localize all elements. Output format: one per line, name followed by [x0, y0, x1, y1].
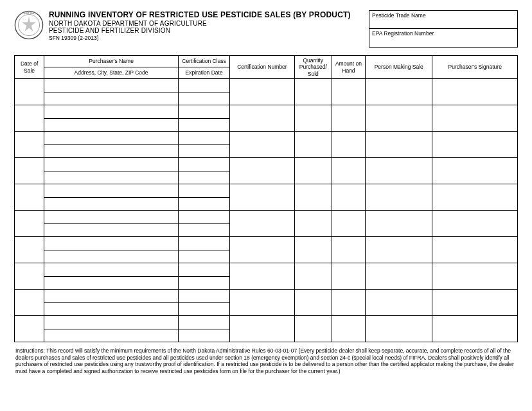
col-person-making-sale: Person Making Sale [366, 56, 432, 79]
title-block: RUNNING INVENTORY OF RESTRICTED USE PEST… [49, 10, 364, 41]
col-date-of-sale: Date of Sale [15, 56, 44, 79]
form-header: GREAT SEAL RUNNING INVENTORY OF RESTRICT… [14, 10, 518, 48]
table-row[interactable] [15, 211, 518, 224]
state-seal-icon: GREAT SEAL [14, 10, 44, 40]
sales-table: Date of Sale Purchaser's Name Certificat… [14, 55, 518, 342]
col-cert-number: Certification Number [230, 56, 294, 79]
form-number: SFN 19309 (2-2013) [49, 35, 364, 41]
col-address: Address, City, State, ZIP Code [44, 67, 179, 79]
epa-reg-label: EPA Registration Number [372, 30, 434, 37]
col-purchaser-signature: Purchaser's Signature [432, 56, 518, 79]
trade-name-field[interactable]: Pesticide Trade Name [369, 11, 517, 29]
epa-reg-field[interactable]: EPA Registration Number [369, 29, 517, 47]
trade-name-label: Pesticide Trade Name [372, 12, 426, 19]
col-qty: Quantity Purchased/ Sold [294, 56, 332, 79]
instructions-block: Instructions: This record will satisfy t… [14, 347, 518, 375]
table-row[interactable] [15, 132, 518, 145]
svg-text:GREAT SEAL: GREAT SEAL [23, 12, 34, 15]
department-name: NORTH DAKOTA DEPARTMENT OF AGRICULTURE [49, 20, 364, 27]
product-meta-box: Pesticide Trade Name EPA Registration Nu… [369, 10, 518, 48]
table-row[interactable] [15, 79, 518, 92]
col-exp-date: Expiration Date [178, 67, 229, 79]
form-title: RUNNING INVENTORY OF RESTRICTED USE PEST… [49, 10, 364, 19]
col-cert-class: Certification Class [178, 56, 229, 67]
table-row[interactable] [15, 290, 518, 303]
col-amount-on-hand: Amount on Hand [332, 56, 365, 79]
table-row[interactable] [15, 237, 518, 250]
col-purchaser-name: Purchaser's Name [44, 56, 179, 67]
table-row[interactable] [15, 263, 518, 277]
table-row[interactable] [15, 184, 518, 198]
instructions-label: Instructions: [15, 347, 45, 354]
table-row[interactable] [15, 105, 518, 119]
division-name: PESTICIDE AND FERTILIZER DIVISION [49, 27, 364, 34]
table-row[interactable] [15, 316, 518, 329]
instructions-text: This record will satisfy the minimum req… [15, 347, 514, 374]
table-row[interactable] [15, 158, 518, 171]
